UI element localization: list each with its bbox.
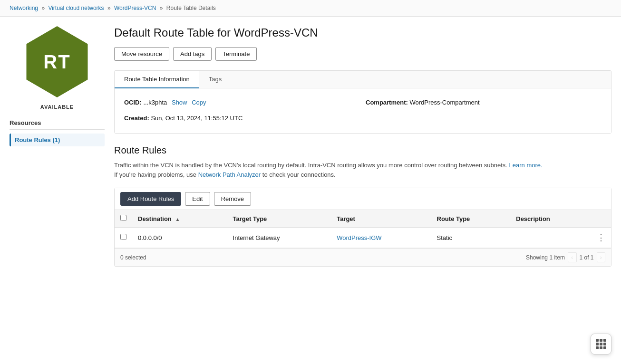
sidebar-resources-title: Resources bbox=[10, 119, 105, 130]
row-description bbox=[510, 228, 591, 248]
next-page-button[interactable]: › bbox=[597, 252, 605, 262]
route-rules-table-container: Add Route Rules Edit Remove Destination … bbox=[114, 188, 611, 267]
row-route-type: Static bbox=[431, 228, 511, 248]
target-link[interactable]: WordPress-IGW bbox=[337, 234, 381, 241]
breadcrumb-current: Route Table Details bbox=[166, 5, 216, 11]
table-body: 0.0.0.0/0 Internet Gateway WordPress-IGW… bbox=[115, 228, 611, 248]
row-checkbox[interactable] bbox=[120, 234, 126, 240]
page-title: Default Route Table for WordPress-VCN bbox=[114, 26, 611, 39]
compartment-value: WordPress-Compartment bbox=[409, 99, 479, 106]
destination-sort-icon: ▲ bbox=[175, 217, 180, 222]
row-target: WordPress-IGW bbox=[331, 228, 431, 248]
description-header: Description bbox=[510, 210, 591, 228]
resource-avatar: RT AVAILABLE bbox=[10, 26, 105, 110]
action-buttons: Move resource Add tags Terminate bbox=[114, 47, 611, 61]
tabs-header: Route Table Information Tags bbox=[115, 71, 611, 88]
destination-header: Destination ▲ bbox=[132, 210, 227, 228]
created-row: Created: Sun, Oct 13, 2024, 11:55:12 UTC bbox=[124, 114, 360, 124]
select-all-cell bbox=[115, 210, 132, 228]
avatar-initials: RT bbox=[21, 26, 93, 97]
info-grid: OCID: ...k3phta Show Copy Compartment: W… bbox=[124, 98, 602, 124]
add-route-rules-button[interactable]: Add Route Rules bbox=[120, 192, 181, 206]
table-footer: 0 selected Showing 1 item ‹ 1 of 1 › bbox=[115, 248, 611, 266]
created-value: Sun, Oct 13, 2024, 11:55:12 UTC bbox=[151, 115, 243, 122]
tab-tags[interactable]: Tags bbox=[199, 71, 231, 88]
select-all-checkbox[interactable] bbox=[120, 215, 126, 221]
target-type-header: Target Type bbox=[227, 210, 331, 228]
remove-button[interactable]: Remove bbox=[214, 192, 251, 206]
page-indicator: 1 of 1 bbox=[580, 254, 594, 261]
ocid-copy-link[interactable]: Copy bbox=[192, 99, 206, 106]
path-analyzer-suffix: to check your connections. bbox=[262, 171, 336, 178]
description-text: Traffic within the VCN is handled by the… bbox=[114, 162, 507, 169]
terminate-button[interactable]: Terminate bbox=[215, 47, 257, 61]
actions-header bbox=[591, 210, 611, 228]
route-rules-description: Traffic within the VCN is handled by the… bbox=[114, 161, 611, 181]
row-target-type: Internet Gateway bbox=[227, 228, 331, 248]
ocid-row: OCID: ...k3phta Show Copy bbox=[124, 98, 360, 108]
avatar-status: AVAILABLE bbox=[40, 104, 74, 110]
target-header: Target bbox=[331, 210, 431, 228]
tab-route-table-info[interactable]: Route Table Information bbox=[115, 71, 199, 88]
tabs-container: Route Table Information Tags OCID: ...k3… bbox=[114, 70, 611, 134]
ocid-label: OCID: bbox=[124, 99, 142, 106]
path-analyzer-prefix: If you're having problems, use bbox=[114, 171, 196, 178]
table-actions-bar: Add Route Rules Edit Remove bbox=[115, 188, 611, 210]
edit-button[interactable]: Edit bbox=[185, 192, 210, 206]
row-destination: 0.0.0.0/0 bbox=[132, 228, 227, 248]
main-content: Default Route Table for WordPress-VCN Mo… bbox=[114, 26, 611, 267]
compartment-row: Compartment: WordPress-Compartment bbox=[366, 98, 602, 108]
breadcrumb: Networking » Virtual cloud networks » Wo… bbox=[0, 0, 621, 17]
pagination: Showing 1 item ‹ 1 of 1 › bbox=[526, 252, 605, 262]
selected-count: 0 selected bbox=[120, 254, 146, 261]
breadcrumb-networking[interactable]: Networking bbox=[10, 5, 38, 11]
showing-label: Showing 1 item bbox=[526, 254, 565, 261]
help-widget[interactable] bbox=[591, 334, 611, 354]
row-actions-menu[interactable]: ⋮ bbox=[591, 228, 611, 248]
tab-content-route-table-info: OCID: ...k3phta Show Copy Compartment: W… bbox=[115, 88, 611, 133]
network-path-analyzer-link[interactable]: Network Path Analyzer bbox=[198, 171, 261, 178]
route-rules-title: Route Rules bbox=[114, 145, 611, 156]
move-resource-button[interactable]: Move resource bbox=[114, 47, 169, 61]
breadcrumb-vcn[interactable]: Virtual cloud networks bbox=[48, 5, 104, 11]
avatar-hexagon: RT bbox=[21, 26, 93, 97]
route-type-header: Route Type bbox=[431, 210, 511, 228]
ocid-show-link[interactable]: Show bbox=[172, 99, 187, 106]
route-rules-table: Destination ▲ Target Type Target Route T… bbox=[115, 210, 611, 248]
row-checkbox-cell bbox=[115, 228, 132, 248]
breadcrumb-wordpress-vcn[interactable]: WordPress-VCN bbox=[114, 5, 156, 11]
sidebar: RT AVAILABLE Resources Route Rules (1) bbox=[10, 26, 105, 267]
ocid-value: ...k3phta bbox=[143, 99, 167, 106]
table-header-row: Destination ▲ Target Type Target Route T… bbox=[115, 210, 611, 228]
compartment-label: Compartment: bbox=[366, 99, 408, 106]
learn-more-link[interactable]: Learn more. bbox=[509, 162, 543, 169]
help-grid-icon bbox=[596, 339, 606, 349]
prev-page-button[interactable]: ‹ bbox=[568, 252, 576, 262]
sidebar-item-route-rules[interactable]: Route Rules (1) bbox=[10, 134, 105, 146]
created-label: Created: bbox=[124, 115, 149, 122]
add-tags-button[interactable]: Add tags bbox=[173, 47, 212, 61]
table-row: 0.0.0.0/0 Internet Gateway WordPress-IGW… bbox=[115, 228, 611, 248]
